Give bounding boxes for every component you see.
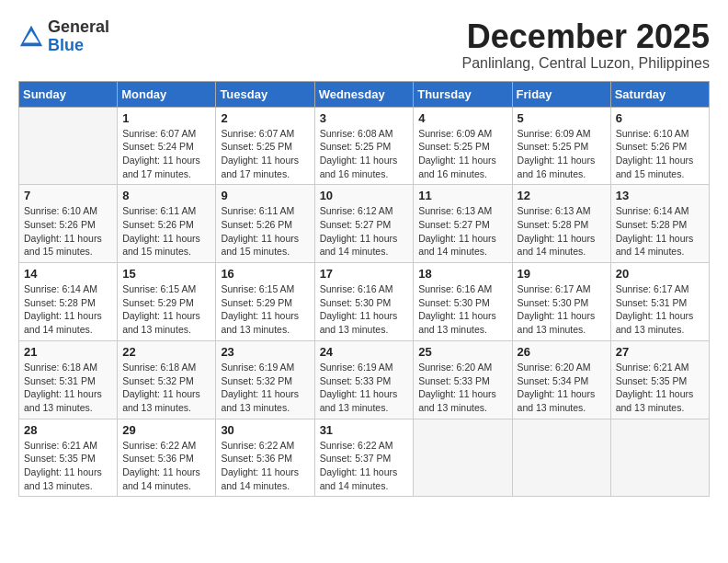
location-title: Panlinlang, Central Luzon, Philippines — [461, 55, 710, 72]
day-info: Sunrise: 6:22 AMSunset: 5:36 PMDaylight:… — [221, 439, 309, 493]
calendar-cell: 14 Sunrise: 6:14 AMSunset: 5:28 PMDaylig… — [19, 263, 118, 341]
day-number: 18 — [418, 267, 506, 281]
day-info: Sunrise: 6:16 AMSunset: 5:30 PMDaylight:… — [418, 282, 506, 337]
day-info: Sunrise: 6:11 AMSunset: 5:26 PMDaylight:… — [221, 204, 309, 259]
day-number: 7 — [24, 189, 112, 202]
day-number: 17 — [320, 267, 409, 281]
day-number: 2 — [221, 111, 309, 125]
calendar-cell: 24 Sunrise: 6:19 AMSunset: 5:33 PMDaylig… — [314, 340, 414, 419]
calendar-cell: 11 Sunrise: 6:13 AMSunset: 5:27 PMDaylig… — [414, 185, 512, 263]
day-info: Sunrise: 6:09 AMSunset: 5:25 PMDaylight:… — [418, 127, 506, 181]
day-number: 10 — [320, 189, 409, 202]
day-number: 29 — [122, 423, 210, 437]
day-number: 4 — [418, 111, 506, 125]
calendar-table: SundayMondayTuesdayWednesdayThursdayFrid… — [18, 81, 710, 498]
day-info: Sunrise: 6:17 AMSunset: 5:31 PMDaylight:… — [616, 282, 704, 337]
calendar-cell: 30 Sunrise: 6:22 AMSunset: 5:36 PMDaylig… — [216, 419, 314, 497]
day-info: Sunrise: 6:07 AMSunset: 5:25 PMDaylight:… — [221, 127, 309, 181]
day-info: Sunrise: 6:10 AMSunset: 5:26 PMDaylight:… — [24, 204, 112, 259]
day-info: Sunrise: 6:18 AMSunset: 5:32 PMDaylight:… — [122, 361, 210, 415]
calendar-cell: 6 Sunrise: 6:10 AMSunset: 5:26 PMDayligh… — [610, 107, 709, 185]
calendar-cell: 12 Sunrise: 6:13 AMSunset: 5:28 PMDaylig… — [512, 185, 610, 263]
calendar-cell: 20 Sunrise: 6:17 AMSunset: 5:31 PMDaylig… — [610, 263, 709, 341]
calendar-cell: 25 Sunrise: 6:20 AMSunset: 5:33 PMDaylig… — [414, 340, 512, 419]
day-number: 15 — [122, 267, 210, 281]
calendar-cell: 10 Sunrise: 6:12 AMSunset: 5:27 PMDaylig… — [314, 185, 414, 263]
day-number: 8 — [122, 189, 210, 202]
calendar-cell: 16 Sunrise: 6:15 AMSunset: 5:29 PMDaylig… — [216, 263, 314, 341]
day-info: Sunrise: 6:20 AMSunset: 5:33 PMDaylight:… — [418, 361, 506, 415]
day-info: Sunrise: 6:15 AMSunset: 5:29 PMDaylight:… — [221, 282, 309, 337]
day-number: 21 — [24, 345, 112, 359]
calendar-cell: 27 Sunrise: 6:21 AMSunset: 5:35 PMDaylig… — [610, 340, 709, 419]
calendar-week-row: 14 Sunrise: 6:14 AMSunset: 5:28 PMDaylig… — [19, 263, 710, 341]
logo-blue-text: Blue — [48, 36, 84, 54]
title-section: December 2025 Panlinlang, Central Luzon,… — [461, 18, 710, 72]
calendar-week-row: 7 Sunrise: 6:10 AMSunset: 5:26 PMDayligh… — [19, 185, 710, 263]
calendar-cell: 8 Sunrise: 6:11 AMSunset: 5:26 PMDayligh… — [118, 185, 216, 263]
day-info: Sunrise: 6:22 AMSunset: 5:36 PMDaylight:… — [122, 439, 210, 493]
weekday-header-row: SundayMondayTuesdayWednesdayThursdayFrid… — [19, 81, 710, 107]
calendar-cell: 4 Sunrise: 6:09 AMSunset: 5:25 PMDayligh… — [414, 107, 512, 185]
calendar-cell: 5 Sunrise: 6:09 AMSunset: 5:25 PMDayligh… — [512, 107, 610, 185]
calendar-cell: 17 Sunrise: 6:16 AMSunset: 5:30 PMDaylig… — [314, 263, 414, 341]
day-info: Sunrise: 6:13 AMSunset: 5:28 PMDaylight:… — [518, 204, 606, 259]
calendar-cell: 22 Sunrise: 6:18 AMSunset: 5:32 PMDaylig… — [118, 340, 216, 419]
calendar-cell: 7 Sunrise: 6:10 AMSunset: 5:26 PMDayligh… — [19, 185, 118, 263]
day-info: Sunrise: 6:09 AMSunset: 5:25 PMDaylight:… — [518, 127, 606, 181]
day-number: 31 — [320, 423, 409, 437]
day-number: 23 — [221, 345, 309, 359]
day-info: Sunrise: 6:18 AMSunset: 5:31 PMDaylight:… — [24, 361, 112, 415]
calendar-cell: 9 Sunrise: 6:11 AMSunset: 5:26 PMDayligh… — [216, 185, 314, 263]
day-number: 12 — [518, 189, 606, 202]
weekday-header: Sunday — [19, 81, 118, 107]
calendar-week-row: 28 Sunrise: 6:21 AMSunset: 5:35 PMDaylig… — [19, 419, 710, 497]
day-number: 19 — [518, 267, 606, 281]
calendar-week-row: 21 Sunrise: 6:18 AMSunset: 5:31 PMDaylig… — [19, 340, 710, 419]
calendar-cell — [414, 419, 512, 497]
day-number: 14 — [24, 267, 112, 281]
logo-icon — [18, 24, 44, 50]
weekday-header: Tuesday — [216, 81, 314, 107]
day-info: Sunrise: 6:08 AMSunset: 5:25 PMDaylight:… — [320, 127, 409, 181]
day-info: Sunrise: 6:13 AMSunset: 5:27 PMDaylight:… — [418, 204, 506, 259]
day-number: 28 — [24, 423, 112, 437]
weekday-header: Friday — [512, 81, 610, 107]
calendar-cell — [19, 107, 118, 185]
day-number: 16 — [221, 267, 309, 281]
day-info: Sunrise: 6:11 AMSunset: 5:26 PMDaylight:… — [122, 204, 210, 259]
day-number: 3 — [320, 111, 409, 125]
day-number: 25 — [418, 345, 506, 359]
day-info: Sunrise: 6:17 AMSunset: 5:30 PMDaylight:… — [518, 282, 606, 337]
day-number: 5 — [518, 111, 606, 125]
day-number: 30 — [221, 423, 309, 437]
day-info: Sunrise: 6:12 AMSunset: 5:27 PMDaylight:… — [320, 204, 409, 259]
day-info: Sunrise: 6:14 AMSunset: 5:28 PMDaylight:… — [24, 282, 112, 337]
day-info: Sunrise: 6:19 AMSunset: 5:33 PMDaylight:… — [320, 361, 409, 415]
calendar-cell: 2 Sunrise: 6:07 AMSunset: 5:25 PMDayligh… — [216, 107, 314, 185]
calendar-cell — [512, 419, 610, 497]
calendar-cell: 19 Sunrise: 6:17 AMSunset: 5:30 PMDaylig… — [512, 263, 610, 341]
day-number: 9 — [221, 189, 309, 202]
weekday-header: Monday — [118, 81, 216, 107]
day-number: 26 — [518, 345, 606, 359]
calendar-cell: 15 Sunrise: 6:15 AMSunset: 5:29 PMDaylig… — [118, 263, 216, 341]
day-info: Sunrise: 6:20 AMSunset: 5:34 PMDaylight:… — [518, 361, 606, 415]
day-number: 22 — [122, 345, 210, 359]
logo: General Blue — [18, 18, 109, 55]
day-number: 24 — [320, 345, 409, 359]
calendar-cell: 21 Sunrise: 6:18 AMSunset: 5:31 PMDaylig… — [19, 340, 118, 419]
day-info: Sunrise: 6:15 AMSunset: 5:29 PMDaylight:… — [122, 282, 210, 337]
day-number: 13 — [616, 189, 704, 202]
day-info: Sunrise: 6:19 AMSunset: 5:32 PMDaylight:… — [221, 361, 309, 415]
calendar-cell: 29 Sunrise: 6:22 AMSunset: 5:36 PMDaylig… — [118, 419, 216, 497]
day-number: 20 — [616, 267, 704, 281]
calendar-cell: 3 Sunrise: 6:08 AMSunset: 5:25 PMDayligh… — [314, 107, 414, 185]
weekday-header: Wednesday — [314, 81, 414, 107]
day-info: Sunrise: 6:10 AMSunset: 5:26 PMDaylight:… — [616, 127, 704, 181]
weekday-header: Thursday — [414, 81, 512, 107]
calendar-week-row: 1 Sunrise: 6:07 AMSunset: 5:24 PMDayligh… — [19, 107, 710, 185]
weekday-header: Saturday — [610, 81, 709, 107]
day-info: Sunrise: 6:22 AMSunset: 5:37 PMDaylight:… — [320, 439, 409, 493]
calendar-cell: 13 Sunrise: 6:14 AMSunset: 5:28 PMDaylig… — [610, 185, 709, 263]
